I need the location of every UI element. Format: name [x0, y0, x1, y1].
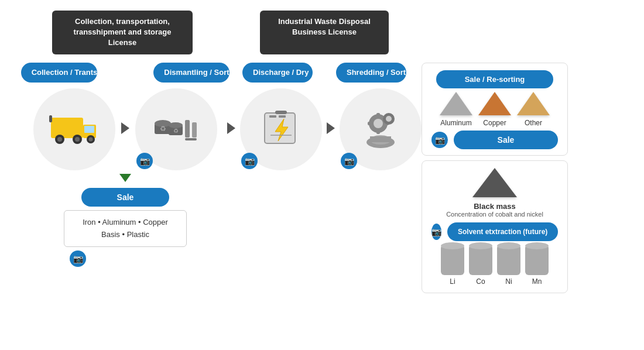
copper-heap [478, 92, 511, 115]
shredding-btn[interactable]: Shredding / Sorting [336, 63, 406, 83]
discharge-icon [258, 106, 304, 153]
svg-rect-20 [185, 138, 197, 140]
svg-rect-19 [192, 122, 197, 138]
dismantling-circle: ♻ ♻ 📷 [135, 88, 217, 170]
shredding-icon [357, 106, 404, 153]
group1-bottom: Sale Iron • Aluminum • Copper Basis • Pl… [64, 174, 187, 267]
left-license-label: Collection, transportation, transshipmen… [74, 17, 172, 47]
aluminum-item: Aluminum [440, 92, 472, 127]
cylinders-row: Li Co Ni Mn [441, 246, 549, 286]
mn-label: Mn [532, 277, 542, 286]
discharge-circle: 📷 [240, 88, 322, 170]
blackmass-item: Black mass Concentration of cobalt and n… [446, 168, 543, 218]
right-license-box: Industrial Waste Disposal Business Licen… [260, 11, 389, 54]
svg-text:♻: ♻ [160, 125, 166, 133]
other-item: Other [517, 92, 550, 127]
svg-point-8 [89, 137, 93, 141]
collection-btn[interactable]: Collection / Trantsport [21, 63, 97, 83]
shredding-camera[interactable]: 📷 [341, 153, 357, 169]
copper-label: Copper [483, 119, 506, 127]
blackmass-camera[interactable]: 📷 [431, 224, 441, 240]
svg-point-28 [374, 119, 383, 128]
svg-point-4 [57, 137, 62, 142]
group2: Discharge / Dry Shredding / Sorting [242, 63, 406, 170]
svg-rect-26 [275, 111, 287, 114]
ni-item: Ni [497, 246, 520, 286]
resorting-camera[interactable]: 📷 [431, 132, 448, 148]
dismantling-icon: ♻ ♻ [150, 106, 203, 153]
svg-point-34 [386, 116, 392, 122]
right-license-label: Industrial Waste Disposal Business Licen… [278, 17, 371, 36]
ni-cyl [497, 246, 520, 275]
black-mass-box: Black mass Concentration of cobalt and n… [422, 160, 568, 294]
left-license-area: Collection, transportation, transshipmen… [14, 11, 231, 54]
co-item: Co [469, 246, 492, 286]
svg-rect-31 [368, 122, 372, 125]
svg-text:♻: ♻ [173, 128, 179, 134]
arrow-to-discharge [227, 122, 235, 136]
blackmass-sublabel: Concentration of cobalt and nickel [446, 211, 543, 218]
left-license-box: Collection, transportation, transshipmen… [52, 11, 193, 54]
svg-rect-2 [84, 126, 94, 133]
materials-row: Aluminum Copper Other [440, 92, 550, 127]
svg-rect-9 [49, 115, 52, 122]
sale-btn-top[interactable]: Sale [454, 131, 558, 149]
copper-item: Copper [478, 92, 511, 127]
main-layout: Collection, transportation, transshipmen… [0, 0, 644, 350]
mn-item: Mn [525, 246, 549, 286]
mn-cyl [525, 246, 549, 275]
arrow3 [327, 122, 335, 136]
li-item: Li [441, 246, 464, 286]
truck-icon [48, 112, 101, 147]
svg-rect-23 [279, 115, 286, 118]
ni-label: Ni [505, 277, 512, 286]
sale-resorting-btn[interactable]: Sale / Re-sorting [436, 70, 553, 88]
discharge-camera[interactable]: 📷 [241, 153, 258, 169]
discharge-btn[interactable]: Discharge / Dry [242, 63, 313, 83]
shredding-circle: 📷 [340, 88, 422, 170]
li-label: Li [450, 277, 455, 286]
right-section: Sale / Re-sorting Aluminum Copper Other [422, 63, 568, 294]
solvent-btn[interactable]: Solvent etxtraction (future) [447, 222, 558, 242]
content-row: Collection / Trantsport Dismantling / So… [14, 63, 630, 294]
svg-point-6 [75, 137, 80, 142]
dismantling-sale-list: Iron • Aluminum • Copper Basis • Plastic [64, 210, 187, 248]
aluminum-heap [440, 92, 472, 115]
truck-circle [33, 88, 115, 170]
svg-rect-18 [185, 120, 190, 138]
list-camera[interactable]: 📷 [70, 251, 86, 267]
co-cyl [469, 246, 492, 275]
svg-rect-29 [376, 113, 380, 118]
other-label: Other [525, 119, 542, 127]
aluminum-label: Aluminum [440, 119, 471, 127]
header-row: Collection, transportation, transshipmen… [14, 11, 630, 54]
li-cyl [441, 246, 464, 275]
sale-resorting-box: Sale / Re-sorting Aluminum Copper Other [422, 63, 568, 156]
group1: Collection / Trantsport Dismantling / So… [14, 63, 237, 267]
down-arrow [119, 174, 131, 184]
blackmass-heap [472, 168, 517, 197]
arrow1 [121, 122, 129, 136]
dismantling-materials: Iron • Aluminum • Copper Basis • Plastic [83, 218, 168, 239]
co-label: Co [476, 277, 485, 286]
dismantling-sale-btn[interactable]: Sale [81, 188, 169, 207]
svg-rect-22 [269, 115, 276, 118]
right-license-area: Industrial Waste Disposal Business Licen… [248, 11, 400, 54]
svg-rect-37 [370, 136, 391, 142]
blackmass-label: Black mass [474, 202, 516, 211]
svg-rect-30 [376, 129, 380, 134]
dismantling-btn[interactable]: Dismantling / Sorting [153, 63, 229, 83]
dismantling-camera[interactable]: 📷 [136, 153, 153, 169]
other-heap [517, 92, 550, 115]
